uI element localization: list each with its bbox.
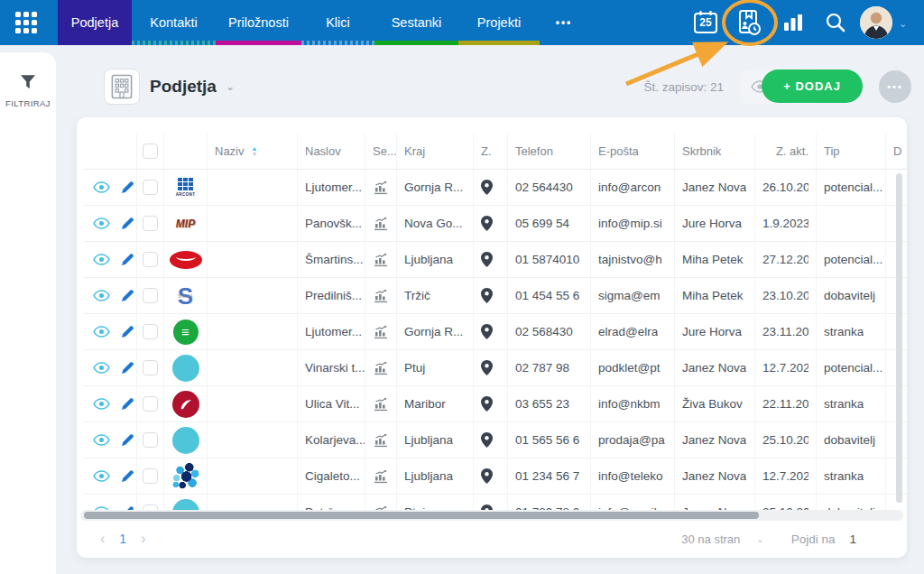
- stats-chart-icon[interactable]: [373, 181, 390, 195]
- phone-link[interactable]: 01 234 56 7: [515, 469, 579, 483]
- row-checkbox[interactable]: [143, 216, 158, 231]
- view-row-button[interactable]: [93, 434, 110, 446]
- view-row-button[interactable]: [93, 290, 110, 301]
- nav-tab[interactable]: Sestanki: [374, 0, 458, 45]
- email-link[interactable]: prodaja@pa: [598, 433, 665, 447]
- edit-row-button[interactable]: [121, 289, 134, 302]
- next-page-button[interactable]: ›: [132, 531, 154, 547]
- edit-row-button[interactable]: [121, 181, 134, 194]
- select-all-checkbox[interactable]: [143, 144, 158, 159]
- view-row-button[interactable]: [93, 362, 110, 374]
- per-page-select[interactable]: 30 na stran: [681, 532, 740, 546]
- edit-row-button[interactable]: [121, 361, 134, 375]
- stats-chart-icon[interactable]: [373, 361, 390, 375]
- map-pin-icon[interactable]: [481, 468, 493, 484]
- row-checkbox[interactable]: [143, 360, 158, 375]
- edit-row-button[interactable]: [121, 253, 134, 266]
- map-pin-icon[interactable]: [481, 324, 493, 339]
- title-chevron-icon[interactable]: ⌄: [226, 80, 235, 93]
- email-link[interactable]: podklet@pt: [598, 361, 661, 375]
- view-row-button[interactable]: [93, 254, 110, 265]
- row-checkbox[interactable]: [143, 432, 158, 448]
- phone-link[interactable]: 03 655 23: [515, 397, 569, 411]
- edit-row-button[interactable]: [121, 469, 134, 483]
- map-pin-icon[interactable]: [481, 252, 493, 267]
- owner-link[interactable]: Janez Nova: [682, 469, 746, 483]
- email-link[interactable]: info@arcon: [598, 181, 661, 194]
- horizontal-scrollbar[interactable]: [80, 510, 903, 521]
- goto-page-input[interactable]: 1: [849, 532, 856, 546]
- owner-link[interactable]: Janez Nova: [682, 361, 746, 375]
- calendar-icon[interactable]: 25: [692, 9, 719, 36]
- stats-chart-icon[interactable]: [373, 325, 390, 339]
- contact-history-icon[interactable]: [734, 7, 764, 42]
- view-row-button[interactable]: [93, 398, 110, 410]
- phone-link[interactable]: 01 454 55 6: [515, 289, 579, 302]
- email-link[interactable]: info@teleko: [598, 469, 663, 483]
- owner-link[interactable]: Miha Petek: [682, 253, 744, 266]
- owner-link[interactable]: Miha Petek: [682, 289, 744, 302]
- map-pin-icon[interactable]: [481, 288, 493, 303]
- row-checkbox[interactable]: [143, 252, 158, 267]
- email-link[interactable]: elrad@elra: [598, 325, 658, 338]
- add-button[interactable]: + DODAJ: [762, 69, 863, 103]
- row-checkbox[interactable]: [143, 180, 158, 195]
- phone-link[interactable]: 05 699 54: [515, 217, 569, 230]
- stats-chart-icon[interactable]: [373, 217, 390, 231]
- nav-tab[interactable]: •••: [540, 0, 588, 45]
- email-link[interactable]: info@nkbm: [598, 397, 660, 411]
- page-number[interactable]: 1: [114, 532, 132, 546]
- owner-link[interactable]: Jure Horva: [682, 217, 742, 230]
- phone-link[interactable]: 01 565 56 6: [515, 433, 579, 447]
- email-link[interactable]: tajnistvo@h: [598, 253, 662, 266]
- stats-chart-icon[interactable]: [373, 469, 390, 484]
- row-checkbox[interactable]: [143, 396, 158, 412]
- chevron-down-icon[interactable]: ⌄: [899, 18, 907, 30]
- view-row-button[interactable]: [93, 218, 110, 229]
- nav-tab[interactable]: Podjetja: [58, 0, 132, 45]
- view-row-button[interactable]: [93, 181, 110, 193]
- nav-tab[interactable]: Priložnosti: [216, 0, 301, 45]
- sort-control[interactable]: ▲ ▼: [252, 146, 258, 157]
- stats-chart-icon[interactable]: [373, 289, 390, 303]
- view-row-button[interactable]: [93, 326, 110, 338]
- search-icon[interactable]: [824, 11, 847, 38]
- per-page-chevron-icon[interactable]: ⌄: [756, 534, 763, 544]
- phone-link[interactable]: 02 787 98: [515, 361, 569, 375]
- owner-link[interactable]: Janez Nova: [682, 433, 746, 447]
- phone-link[interactable]: 01 5874010: [515, 253, 579, 266]
- map-pin-icon[interactable]: [481, 180, 493, 195]
- app-launcher-icon[interactable]: [15, 12, 37, 33]
- prev-page-button[interactable]: ‹: [91, 531, 114, 547]
- nav-tab[interactable]: Kontakti: [132, 0, 216, 45]
- phone-link[interactable]: 02 564430: [515, 181, 573, 194]
- edit-row-button[interactable]: [121, 397, 134, 411]
- row-checkbox[interactable]: [143, 468, 158, 484]
- email-link[interactable]: sigma@em: [598, 289, 660, 302]
- user-avatar[interactable]: [860, 6, 892, 39]
- email-link[interactable]: info@mip.si: [598, 217, 662, 230]
- row-checkbox[interactable]: [143, 324, 158, 339]
- horizontal-scrollbar-thumb[interactable]: [84, 512, 759, 519]
- owner-link[interactable]: Jure Horva: [682, 325, 742, 338]
- map-pin-icon[interactable]: [481, 216, 493, 231]
- edit-row-button[interactable]: [121, 433, 134, 447]
- nav-tab[interactable]: Projekti: [458, 0, 540, 45]
- view-row-button[interactable]: [93, 470, 110, 482]
- stats-chart-icon[interactable]: [373, 253, 390, 267]
- stats-chart-icon[interactable]: [373, 397, 390, 412]
- nav-tab[interactable]: Klici: [301, 0, 374, 45]
- owner-link[interactable]: Janez Nova: [682, 181, 746, 194]
- filter-button[interactable]: FILTRIRAJ: [0, 74, 56, 108]
- phone-link[interactable]: 02 568430: [515, 325, 573, 338]
- row-checkbox[interactable]: [143, 288, 158, 303]
- stats-chart-icon[interactable]: [373, 433, 390, 448]
- owner-link[interactable]: Živa Bukov: [682, 397, 743, 411]
- map-pin-icon[interactable]: [481, 432, 493, 448]
- more-actions-button[interactable]: •••: [879, 70, 911, 103]
- map-pin-icon[interactable]: [481, 396, 493, 412]
- map-pin-icon[interactable]: [481, 360, 493, 375]
- edit-row-button[interactable]: [121, 325, 134, 338]
- vertical-scrollbar[interactable]: [896, 173, 902, 503]
- bar-chart-icon[interactable]: [781, 12, 805, 37]
